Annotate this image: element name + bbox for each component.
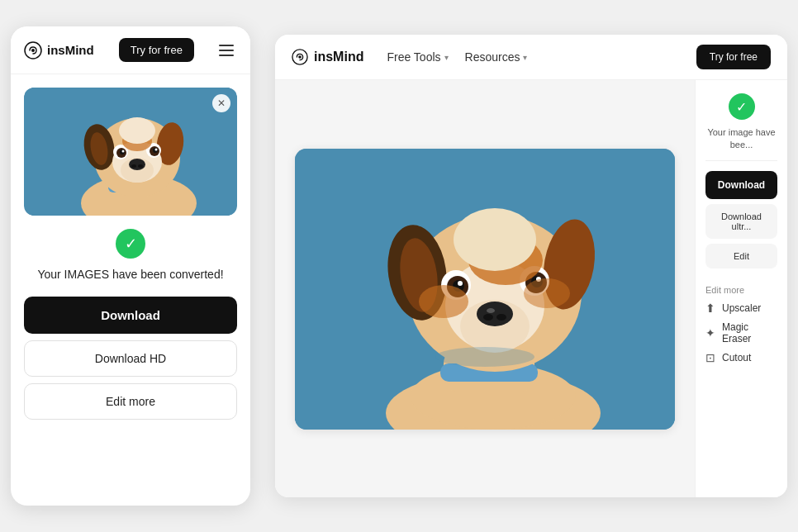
hamburger-menu-icon[interactable] (219, 41, 237, 59)
menu-line-2 (219, 50, 234, 51)
mobile-try-button[interactable]: Try for free (119, 38, 194, 62)
svg-point-12 (131, 164, 136, 168)
edit-more-title: Edit more (705, 285, 777, 295)
svg-point-26 (298, 55, 302, 59)
mobile-panel: insMind Try for free ✕ (11, 26, 250, 506)
svg-point-45 (458, 281, 463, 286)
desktop-logo-area: insMind (292, 49, 363, 65)
svg-point-11 (129, 159, 145, 170)
nav-free-tools-chevron: ▾ (444, 53, 449, 62)
nav-free-tools-label: Free Tools (387, 50, 440, 64)
svg-point-52 (419, 285, 468, 318)
mobile-content: ✕ (11, 74, 250, 506)
desktop-canvas (275, 80, 695, 497)
magic-eraser-item[interactable]: ✦ Magic Eraser (705, 321, 777, 344)
download-hd-button-mobile[interactable]: Download HD (24, 340, 237, 377)
logo-icon (24, 41, 42, 59)
svg-point-54 (435, 347, 534, 367)
sidebar-edit-button[interactable]: Edit (705, 244, 777, 268)
svg-point-23 (119, 117, 155, 144)
success-checkmark-mobile: ✓ (116, 229, 145, 259)
action-buttons-mobile: Download Download HD Edit more (24, 297, 237, 420)
edit-more-section: Edit more ⬆ Upscaler ✦ Magic Eraser ⊡ Cu… (705, 278, 777, 364)
desktop-main: ✓ Your image have bee... Download Downlo… (275, 80, 787, 497)
nav-resources-chevron: ▾ (523, 53, 527, 62)
desktop-panel: insMind Free Tools ▾ Resources ▾ Try for… (275, 35, 787, 497)
sidebar-success-text: Your image have bee... (705, 126, 777, 152)
sidebar-download-ultra-button[interactable]: Download ultr... (705, 204, 777, 239)
menu-line-3 (219, 55, 234, 56)
dog-illustration-mobile (24, 88, 237, 216)
svg-point-40 (496, 314, 506, 321)
svg-point-51 (454, 208, 536, 271)
success-area-mobile: ✓ Your IMAGES have been converted! (37, 229, 223, 283)
svg-point-53 (524, 278, 570, 308)
desktop-sidebar: ✓ Your image have bee... Download Downlo… (695, 80, 787, 497)
nav-free-tools[interactable]: Free Tools ▾ (387, 50, 448, 64)
mobile-header: insMind Try for free (11, 26, 250, 74)
svg-point-21 (155, 149, 158, 151)
svg-point-39 (483, 314, 493, 321)
desktop-logo-text: insMind (314, 50, 363, 64)
edit-more-items: ⬆ Upscaler ✦ Magic Eraser ⊡ Cutout (705, 302, 777, 364)
cutout-item[interactable]: ⊡ Cutout (705, 351, 777, 364)
svg-point-41 (487, 308, 495, 313)
sidebar-success-area: ✓ Your image have bee... (705, 93, 777, 161)
svg-point-17 (122, 150, 125, 153)
sidebar-success-icon: ✓ (729, 93, 755, 120)
sidebar-action-buttons: Download Download ultr... Edit (705, 171, 777, 268)
dog-illustration-desktop (295, 149, 675, 430)
download-button-mobile[interactable]: Download (24, 297, 237, 334)
success-message-mobile: Your IMAGES have been converted! (37, 267, 223, 283)
cutout-label: Cutout (722, 352, 751, 363)
upscaler-icon: ⬆ (705, 302, 715, 315)
upscaler-item[interactable]: ⬆ Upscaler (705, 302, 777, 315)
menu-line-1 (219, 45, 234, 46)
svg-point-1 (31, 49, 35, 52)
desktop-try-button[interactable]: Try for free (696, 45, 771, 69)
close-button[interactable]: ✕ (212, 94, 230, 112)
desktop-header: insMind Free Tools ▾ Resources ▾ Try for… (275, 35, 787, 80)
mobile-logo-text: insMind (47, 43, 94, 57)
desktop-logo-icon (292, 49, 308, 65)
upscaler-label: Upscaler (722, 302, 761, 314)
edit-more-button-mobile[interactable]: Edit more (24, 383, 237, 420)
image-preview-card: ✕ (24, 88, 237, 216)
magic-eraser-label: Magic Eraser (722, 321, 777, 344)
dog-image-mobile (24, 88, 237, 216)
desktop-nav: Free Tools ▾ Resources ▾ (387, 50, 527, 64)
svg-point-38 (477, 302, 513, 326)
magic-eraser-icon: ✦ (705, 326, 715, 340)
cutout-icon: ⊡ (705, 351, 715, 364)
mobile-logo-area: insMind (24, 41, 94, 59)
nav-resources[interactable]: Resources ▾ (465, 50, 528, 64)
nav-resources-label: Resources (465, 50, 520, 64)
sidebar-download-button[interactable]: Download (705, 171, 777, 199)
dog-image-desktop (295, 149, 675, 430)
svg-point-13 (138, 164, 143, 168)
